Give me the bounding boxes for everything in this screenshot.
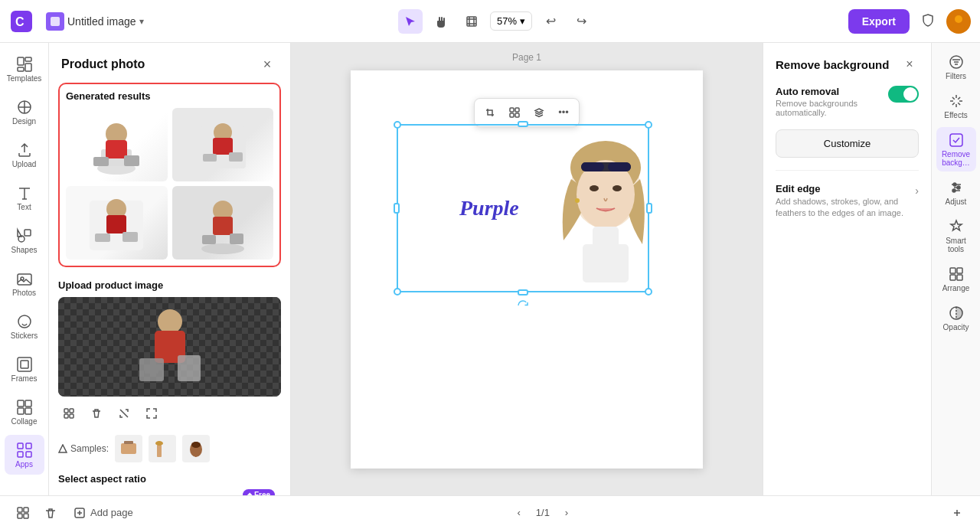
svg-rect-53 xyxy=(70,409,74,413)
bottom-trash-button[interactable] xyxy=(40,502,61,524)
rail-item-adjust[interactable]: Adjust xyxy=(936,175,976,211)
sidebar-item-frames[interactable]: Frames xyxy=(5,349,44,389)
bottom-right xyxy=(946,502,968,524)
zoom-chevron-icon: ▾ xyxy=(520,15,525,27)
zoom-selector[interactable]: 57% ▾ xyxy=(490,11,532,31)
svg-rect-73 xyxy=(608,162,631,171)
left-panel-close-button[interactable]: × xyxy=(256,54,278,75)
page-prev-button[interactable]: ‹ xyxy=(508,502,530,524)
left-panel-header: Product photo × xyxy=(49,43,290,83)
sidebar-item-design[interactable]: Design xyxy=(5,92,44,132)
sample-thumb-1[interactable] xyxy=(115,435,142,462)
canvas-selected-element[interactable]: Purple xyxy=(397,124,649,292)
grid-tool-button[interactable] xyxy=(504,102,525,123)
adjust-icon xyxy=(948,179,965,196)
svg-rect-35 xyxy=(203,154,217,162)
sidebar-item-shapes[interactable]: Shapes xyxy=(5,220,44,260)
rotate-handle[interactable] xyxy=(516,299,530,312)
result-thumb-3[interactable] xyxy=(66,186,168,260)
upload-section: Upload product image xyxy=(58,279,281,424)
cursor-tool-button[interactable] xyxy=(398,9,423,34)
filters-icon xyxy=(948,54,965,70)
opacity-label: Opacity xyxy=(943,323,969,331)
bottom-center: ‹ 1/1 › xyxy=(508,502,577,524)
sidebar-item-templates[interactable]: Templates xyxy=(5,49,44,89)
svg-rect-46 xyxy=(230,233,243,244)
add-page-button[interactable]: Add page xyxy=(67,504,139,522)
sample-thumb-2[interactable] xyxy=(149,435,176,462)
result-thumb-1[interactable] xyxy=(66,108,168,181)
sidebar-item-upload[interactable]: Upload xyxy=(5,135,44,175)
shield-button[interactable] xyxy=(916,9,940,34)
sidebar-item-collage[interactable]: Collage xyxy=(5,392,44,432)
sidebar-stickers-label: Stickers xyxy=(11,331,38,340)
sidebar-frames-label: Frames xyxy=(11,374,38,383)
canva-logo[interactable]: C xyxy=(9,9,34,34)
upload-fullscreen-button[interactable] xyxy=(141,403,162,424)
removebg-icon xyxy=(948,132,965,149)
upload-expand-button[interactable] xyxy=(113,403,135,424)
document-chevron-icon[interactable]: ▾ xyxy=(139,16,144,27)
bottom-grid-button[interactable] xyxy=(12,502,34,524)
undo-button[interactable]: ↩ xyxy=(538,9,563,34)
sidebar-item-photos[interactable]: Photos xyxy=(5,263,44,303)
generated-results-box: Generated results xyxy=(58,83,281,267)
bottom-settings-button[interactable] xyxy=(946,502,968,524)
svg-rect-18 xyxy=(18,400,24,407)
opacity-icon xyxy=(948,305,965,322)
user-avatar[interactable] xyxy=(946,9,971,34)
bottom-bar: Add page ‹ 1/1 › xyxy=(0,495,980,529)
effects-label: Effects xyxy=(944,111,967,119)
sidebar-collage-label: Collage xyxy=(11,417,38,426)
customize-button[interactable]: Customize xyxy=(776,129,919,158)
svg-point-80 xyxy=(957,186,960,189)
rail-item-arrange[interactable]: Arrange xyxy=(936,261,976,297)
redo-button[interactable]: ↪ xyxy=(569,9,593,34)
result-thumb-4[interactable] xyxy=(172,186,274,260)
hand-tool-button[interactable] xyxy=(429,9,453,34)
crop-tool-button[interactable] xyxy=(479,102,501,123)
page-indicator: 1/1 xyxy=(536,507,550,518)
svg-rect-63 xyxy=(515,108,519,112)
svg-point-81 xyxy=(952,189,956,192)
zoom-level: 57% xyxy=(497,15,517,27)
document-title-area[interactable]: Untitled image ▾ xyxy=(46,12,144,31)
upload-trash-button[interactable] xyxy=(86,403,107,424)
sidebar-item-apps[interactable]: Apps xyxy=(5,435,44,475)
result-thumb-2[interactable] xyxy=(172,108,274,181)
rail-item-remove-bg[interactable]: Remove backg… xyxy=(936,127,976,171)
page-next-button[interactable]: › xyxy=(556,502,577,524)
upload-section-title: Upload product image xyxy=(58,279,281,291)
sidebar-item-stickers[interactable]: Stickers xyxy=(5,306,44,346)
doc-type-icon xyxy=(46,12,64,31)
edit-edge-row[interactable]: Edit edge Add shadows, strokes, glow, an… xyxy=(776,180,919,223)
panel-close-button[interactable]: × xyxy=(900,55,919,73)
svg-rect-56 xyxy=(121,443,136,454)
rail-item-smart-tools[interactable]: Smart tools xyxy=(936,214,976,258)
svg-point-69 xyxy=(590,185,599,191)
upload-grid-button[interactable] xyxy=(58,403,80,424)
smarttools-label: Smart tools xyxy=(939,237,973,253)
arrange-icon xyxy=(948,266,965,282)
auto-removal-heading: Auto removal xyxy=(776,86,882,97)
sidebar-item-text[interactable]: Text xyxy=(5,178,44,217)
svg-rect-6 xyxy=(18,57,24,65)
left-panel-content: Generated results xyxy=(49,83,290,495)
more-tool-button[interactable]: ••• xyxy=(553,102,574,123)
svg-point-70 xyxy=(612,185,622,191)
frame-tool-button[interactable] xyxy=(459,9,484,34)
rail-item-effects[interactable]: Effects xyxy=(936,88,976,124)
panel-header: Remove background × xyxy=(776,55,919,73)
canvas-purple-text: Purple xyxy=(459,196,519,220)
layer-tool-button[interactable] xyxy=(528,102,550,123)
export-button[interactable]: Export xyxy=(848,9,910,34)
auto-removal-toggle[interactable] xyxy=(888,86,919,103)
sidebar-design-label: Design xyxy=(12,117,36,126)
canvas-page: ••• Purple xyxy=(351,70,703,469)
rail-item-opacity[interactable]: Opacity xyxy=(936,300,976,336)
svg-rect-17 xyxy=(21,361,28,368)
upload-toolbar xyxy=(58,403,281,424)
svg-text:C: C xyxy=(15,15,24,28)
sample-thumb-3[interactable] xyxy=(182,435,210,462)
rail-item-filters[interactable]: Filters xyxy=(936,49,976,85)
